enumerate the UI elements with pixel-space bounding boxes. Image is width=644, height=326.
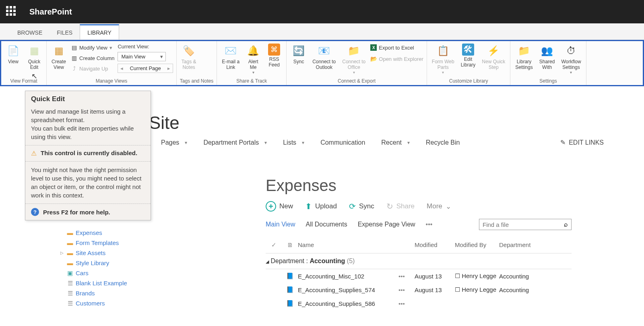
up-icon: ⤴: [71, 65, 77, 72]
envelope-icon: ✉️: [223, 44, 238, 58]
form-icon: 📋: [436, 44, 450, 58]
workflow-icon: ⏱: [564, 44, 578, 58]
chevron-down-icon: ▾: [407, 140, 410, 145]
tab-files[interactable]: FILES: [50, 25, 80, 39]
navigate-up-button[interactable]: ⤴Navigate Up: [71, 64, 114, 73]
page-nav[interactable]: ◂Current Page▸: [118, 64, 173, 73]
ribbon-group-share-track: ✉️E-mail a Link 🔔Alert Me▾ ⌘RSS Feed Sha…: [217, 41, 287, 85]
alert-me-button[interactable]: 🔔Alert Me▾: [244, 43, 262, 75]
ribbon-tabs: BROWSE FILES LIBRARY: [0, 23, 644, 40]
open-explorer-button[interactable]: 📂Open with Explorer: [370, 55, 423, 63]
view-icon: 📄: [6, 44, 21, 58]
current-view-select[interactable]: Main View: [118, 52, 166, 61]
nav-dept-portals[interactable]: Department Portals▾: [203, 139, 267, 146]
tag-icon: 🏷️: [182, 44, 196, 58]
cursor-icon: ↖: [31, 72, 37, 81]
ribbon-group-manage-views: ▦Create View ▤Modify View ▾ ▥Create Colu…: [47, 41, 177, 85]
outlook-icon: 📧: [317, 44, 331, 58]
column-icon: ▥: [71, 55, 77, 61]
connect-outlook-button[interactable]: 📧Connect to Outlook: [311, 43, 337, 75]
app-launcher-icon[interactable]: [6, 6, 17, 17]
tags-notes-button[interactable]: 🏷️Tags & Notes: [180, 43, 198, 71]
ribbon-group-tags: 🏷️Tags & Notes Tags and Notes: [177, 41, 217, 85]
app-title: SharePoint: [29, 7, 72, 17]
quick-edit-button[interactable]: ▦Quick Edit: [25, 43, 43, 71]
export-excel-button[interactable]: XExport to Excel: [370, 44, 423, 52]
rss-icon: ⌘: [268, 44, 280, 56]
grid-icon: ▦: [27, 44, 41, 58]
library-settings-button[interactable]: 📁Library Settings: [514, 43, 534, 75]
nav-communication[interactable]: Communication: [320, 139, 365, 146]
explorer-icon: 📂: [370, 56, 377, 62]
bell-icon: 🔔: [246, 44, 260, 58]
view-button[interactable]: 📄View: [4, 43, 22, 71]
nav-pages[interactable]: Pages▾: [161, 139, 187, 146]
modify-icon: ▤: [71, 44, 77, 51]
warning-icon: ⚠: [31, 150, 37, 152]
edit-library-button[interactable]: 🛠Edit Library: [459, 43, 477, 75]
create-view-icon: ▦: [52, 44, 66, 58]
sync-button[interactable]: 🔄Sync: [290, 43, 308, 75]
ribbon-group-connect-export: 🔄Sync 📧Connect to Outlook 📁Connect to Of…: [287, 41, 427, 85]
ribbon-group-customize: 📋Form Web Parts▾ 🛠Edit Library ⚡New Quic…: [427, 41, 511, 85]
form-web-parts-button[interactable]: 📋Form Web Parts▾: [430, 43, 456, 75]
connect-office-button[interactable]: 📁Connect to Office▾: [341, 43, 367, 75]
nav-recycle-bin[interactable]: Recycle Bin: [426, 139, 460, 146]
top-bar: SharePoint: [0, 0, 644, 23]
pencil-icon: ✎: [560, 139, 566, 146]
create-column-button[interactable]: ▥Create Column: [71, 54, 114, 62]
folder-gear-icon: 📁: [517, 44, 531, 58]
nav-recent[interactable]: Recent▾: [381, 139, 410, 146]
office-icon: 📁: [347, 44, 361, 58]
sync-icon: 🔄: [291, 44, 306, 58]
tools-icon: 🛠: [462, 44, 474, 56]
ribbon: 📄View ▦Quick Edit View Format ▦Create Vi…: [0, 40, 644, 86]
site-title: Site: [149, 113, 180, 133]
modify-view-button[interactable]: ▤Modify View ▾: [71, 44, 114, 52]
shared-with-button[interactable]: 👥Shared With: [538, 43, 557, 75]
rss-feed-button[interactable]: ⌘RSS Feed: [265, 43, 283, 75]
tooltip-title: Quick Edit: [31, 95, 145, 103]
ribbon-group-view-format: 📄View ▦Quick Edit View Format: [1, 41, 47, 85]
chevron-down-icon: ▾: [264, 140, 267, 145]
new-quick-step-button[interactable]: ⚡New Quick Step: [480, 43, 507, 75]
chevron-down-icon: ▾: [302, 140, 304, 145]
ribbon-group-settings: 📁Library Settings 👥Shared With ⏱Workflow…: [510, 41, 586, 85]
people-icon: 👥: [540, 44, 554, 58]
email-link-button[interactable]: ✉️E-mail a Link: [220, 43, 241, 75]
tab-library[interactable]: LIBRARY: [80, 24, 119, 39]
workflow-settings-button[interactable]: ⏱Workflow Settings▾: [559, 43, 582, 75]
lightning-icon: ⚡: [486, 44, 501, 58]
tab-browse[interactable]: BROWSE: [10, 25, 50, 39]
edit-links-button[interactable]: ✎EDIT LINKS: [560, 139, 604, 146]
chevron-down-icon: ▾: [185, 140, 187, 145]
quick-edit-tooltip: Quick Edit View and manage list items us…: [25, 91, 151, 152]
nav-lists[interactable]: Lists▾: [283, 139, 304, 146]
create-view-button[interactable]: ▦Create View: [50, 43, 68, 73]
excel-icon: X: [370, 44, 377, 51]
